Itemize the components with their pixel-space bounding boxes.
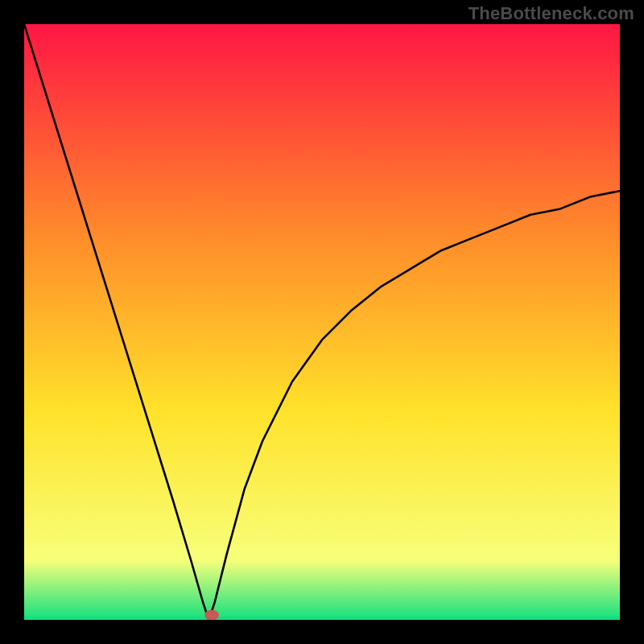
watermark-label: TheBottleneck.com: [469, 3, 634, 24]
bottleneck-curve-plot: [24, 24, 620, 620]
gradient-background: [24, 24, 620, 620]
chart-frame: TheBottleneck.com: [0, 0, 644, 644]
green-bottom-band: [24, 617, 620, 620]
